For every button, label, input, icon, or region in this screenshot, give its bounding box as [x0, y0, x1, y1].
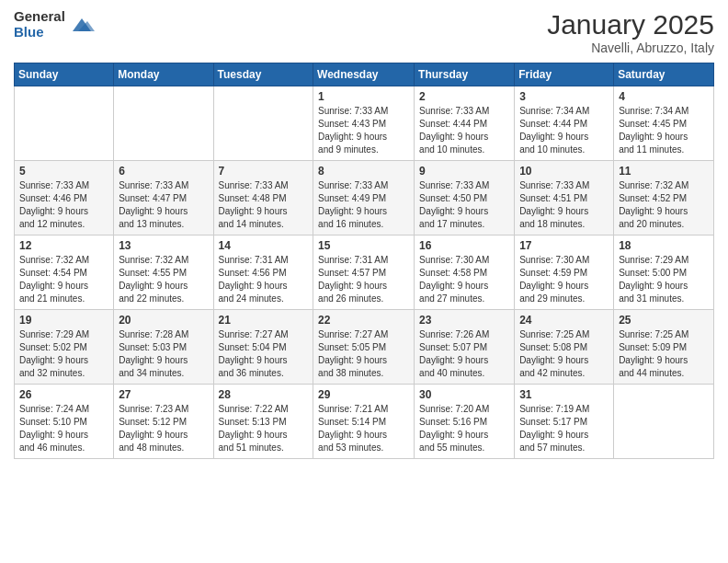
day-number: 12: [19, 239, 108, 252]
day-number: 3: [519, 90, 609, 103]
calendar-cell: 28Sunrise: 7:22 AM Sunset: 5:13 PM Dayli…: [213, 385, 313, 459]
day-info: Sunrise: 7:29 AM Sunset: 5:00 PM Dayligh…: [619, 254, 709, 305]
calendar-cell: 2Sunrise: 7:33 AM Sunset: 4:44 PM Daylig…: [415, 86, 515, 161]
day-number: 4: [619, 90, 709, 103]
calendar-week-row: 1Sunrise: 7:33 AM Sunset: 4:43 PM Daylig…: [15, 86, 714, 161]
day-info: Sunrise: 7:25 AM Sunset: 5:08 PM Dayligh…: [519, 328, 609, 380]
calendar-cell: [213, 86, 313, 161]
day-info: Sunrise: 7:33 AM Sunset: 4:47 PM Dayligh…: [119, 179, 208, 231]
day-number: 13: [119, 239, 208, 252]
calendar-day-header: Sunday: [15, 63, 114, 86]
day-number: 7: [219, 165, 309, 178]
day-number: 26: [19, 388, 108, 401]
calendar-cell: 26Sunrise: 7:24 AM Sunset: 5:10 PM Dayli…: [15, 385, 114, 459]
day-number: 2: [419, 90, 509, 103]
day-info: Sunrise: 7:26 AM Sunset: 5:07 PM Dayligh…: [419, 328, 509, 380]
day-info: Sunrise: 7:32 AM Sunset: 4:52 PM Dayligh…: [619, 179, 709, 231]
calendar-cell: 15Sunrise: 7:31 AM Sunset: 4:57 PM Dayli…: [313, 236, 415, 310]
calendar-cell: 3Sunrise: 7:34 AM Sunset: 4:44 PM Daylig…: [515, 86, 614, 161]
day-info: Sunrise: 7:22 AM Sunset: 5:13 PM Dayligh…: [219, 403, 309, 454]
calendar-day-header: Saturday: [614, 63, 714, 86]
day-number: 20: [119, 314, 208, 327]
calendar-cell: 11Sunrise: 7:32 AM Sunset: 4:52 PM Dayli…: [614, 161, 714, 236]
day-number: 24: [519, 314, 609, 327]
logo: General Blue: [14, 9, 95, 40]
month-title: January 2025: [547, 9, 714, 40]
day-number: 28: [219, 388, 309, 401]
day-number: 23: [419, 314, 509, 327]
day-number: 1: [318, 90, 409, 103]
calendar-cell: 24Sunrise: 7:25 AM Sunset: 5:08 PM Dayli…: [515, 310, 614, 385]
day-info: Sunrise: 7:29 AM Sunset: 5:02 PM Dayligh…: [19, 328, 108, 380]
calendar-cell: [614, 385, 714, 459]
calendar-cell: 5Sunrise: 7:33 AM Sunset: 4:46 PM Daylig…: [15, 161, 114, 236]
day-info: Sunrise: 7:31 AM Sunset: 4:57 PM Dayligh…: [318, 254, 409, 305]
day-info: Sunrise: 7:32 AM Sunset: 4:54 PM Dayligh…: [19, 254, 108, 305]
day-info: Sunrise: 7:28 AM Sunset: 5:03 PM Dayligh…: [119, 328, 208, 380]
calendar-cell: 17Sunrise: 7:30 AM Sunset: 4:59 PM Dayli…: [515, 236, 614, 310]
header: General Blue January 2025 Navelli, Abruz…: [14, 9, 714, 55]
day-info: Sunrise: 7:27 AM Sunset: 5:05 PM Dayligh…: [318, 328, 409, 380]
calendar-header-row: SundayMondayTuesdayWednesdayThursdayFrid…: [15, 63, 714, 86]
calendar-cell: 12Sunrise: 7:32 AM Sunset: 4:54 PM Dayli…: [15, 236, 114, 310]
calendar-day-header: Tuesday: [213, 63, 313, 86]
calendar-cell: 22Sunrise: 7:27 AM Sunset: 5:05 PM Dayli…: [313, 310, 415, 385]
day-info: Sunrise: 7:21 AM Sunset: 5:14 PM Dayligh…: [318, 403, 409, 454]
calendar-cell: 16Sunrise: 7:30 AM Sunset: 4:58 PM Dayli…: [415, 236, 515, 310]
calendar-cell: 1Sunrise: 7:33 AM Sunset: 4:43 PM Daylig…: [313, 86, 415, 161]
day-info: Sunrise: 7:33 AM Sunset: 4:48 PM Dayligh…: [219, 179, 309, 231]
day-info: Sunrise: 7:33 AM Sunset: 4:50 PM Dayligh…: [419, 179, 509, 231]
day-info: Sunrise: 7:33 AM Sunset: 4:49 PM Dayligh…: [318, 179, 409, 231]
calendar-cell: 6Sunrise: 7:33 AM Sunset: 4:47 PM Daylig…: [114, 161, 213, 236]
calendar-week-row: 26Sunrise: 7:24 AM Sunset: 5:10 PM Dayli…: [15, 385, 714, 459]
day-info: Sunrise: 7:30 AM Sunset: 4:58 PM Dayligh…: [419, 254, 509, 305]
day-info: Sunrise: 7:33 AM Sunset: 4:44 PM Dayligh…: [419, 105, 509, 156]
day-info: Sunrise: 7:23 AM Sunset: 5:12 PM Dayligh…: [119, 403, 208, 454]
calendar-cell: 30Sunrise: 7:20 AM Sunset: 5:16 PM Dayli…: [415, 385, 515, 459]
calendar-day-header: Thursday: [415, 63, 515, 86]
calendar-week-row: 19Sunrise: 7:29 AM Sunset: 5:02 PM Dayli…: [15, 310, 714, 385]
title-block: January 2025 Navelli, Abruzzo, Italy: [547, 9, 714, 55]
calendar-cell: 18Sunrise: 7:29 AM Sunset: 5:00 PM Dayli…: [614, 236, 714, 310]
logo-icon: [69, 15, 95, 35]
calendar-cell: [15, 86, 114, 161]
calendar-cell: 25Sunrise: 7:25 AM Sunset: 5:09 PM Dayli…: [614, 310, 714, 385]
calendar-cell: [114, 86, 213, 161]
day-number: 11: [619, 165, 709, 178]
calendar-cell: 14Sunrise: 7:31 AM Sunset: 4:56 PM Dayli…: [213, 236, 313, 310]
calendar-day-header: Wednesday: [313, 63, 415, 86]
calendar-cell: 13Sunrise: 7:32 AM Sunset: 4:55 PM Dayli…: [114, 236, 213, 310]
day-number: 22: [318, 314, 409, 327]
day-number: 29: [318, 388, 409, 401]
day-number: 30: [419, 388, 509, 401]
day-info: Sunrise: 7:32 AM Sunset: 4:55 PM Dayligh…: [119, 254, 208, 305]
calendar-week-row: 12Sunrise: 7:32 AM Sunset: 4:54 PM Dayli…: [15, 236, 714, 310]
calendar-week-row: 5Sunrise: 7:33 AM Sunset: 4:46 PM Daylig…: [15, 161, 714, 236]
day-number: 10: [519, 165, 609, 178]
day-info: Sunrise: 7:25 AM Sunset: 5:09 PM Dayligh…: [619, 328, 709, 380]
day-info: Sunrise: 7:31 AM Sunset: 4:56 PM Dayligh…: [219, 254, 309, 305]
day-info: Sunrise: 7:24 AM Sunset: 5:10 PM Dayligh…: [19, 403, 108, 454]
day-info: Sunrise: 7:33 AM Sunset: 4:51 PM Dayligh…: [519, 179, 609, 231]
location: Navelli, Abruzzo, Italy: [547, 40, 714, 55]
calendar-cell: 20Sunrise: 7:28 AM Sunset: 5:03 PM Dayli…: [114, 310, 213, 385]
day-number: 18: [619, 239, 709, 252]
logo-general: General: [14, 9, 65, 25]
calendar-cell: 8Sunrise: 7:33 AM Sunset: 4:49 PM Daylig…: [313, 161, 415, 236]
calendar-cell: 9Sunrise: 7:33 AM Sunset: 4:50 PM Daylig…: [415, 161, 515, 236]
day-number: 21: [219, 314, 309, 327]
calendar-cell: 31Sunrise: 7:19 AM Sunset: 5:17 PM Dayli…: [515, 385, 614, 459]
day-info: Sunrise: 7:33 AM Sunset: 4:43 PM Dayligh…: [318, 105, 409, 156]
day-info: Sunrise: 7:19 AM Sunset: 5:17 PM Dayligh…: [519, 403, 609, 454]
calendar-cell: 27Sunrise: 7:23 AM Sunset: 5:12 PM Dayli…: [114, 385, 213, 459]
day-info: Sunrise: 7:34 AM Sunset: 4:45 PM Dayligh…: [619, 105, 709, 156]
day-number: 6: [119, 165, 208, 178]
calendar-day-header: Monday: [114, 63, 213, 86]
calendar-cell: 4Sunrise: 7:34 AM Sunset: 4:45 PM Daylig…: [614, 86, 714, 161]
calendar-table: SundayMondayTuesdayWednesdayThursdayFrid…: [14, 63, 714, 459]
day-number: 8: [318, 165, 409, 178]
calendar-cell: 10Sunrise: 7:33 AM Sunset: 4:51 PM Dayli…: [515, 161, 614, 236]
day-number: 31: [519, 388, 609, 401]
day-number: 16: [419, 239, 509, 252]
day-number: 9: [419, 165, 509, 178]
